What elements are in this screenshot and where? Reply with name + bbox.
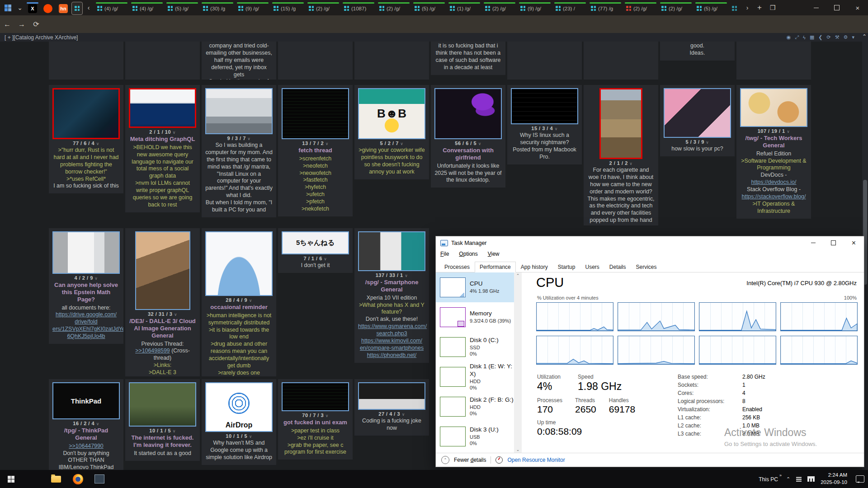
thread-link[interactable]: search.php3 xyxy=(376,330,407,337)
quote-link[interactable]: >>106498599 xyxy=(135,347,170,354)
thread-card[interactable]: 107 / 19 / 1 ∨/twg/ - Tech Workers Gener… xyxy=(736,85,811,219)
scroll-up-arrow-icon[interactable]: ⌃ xyxy=(862,33,867,40)
g-board-tab[interactable]: (4) /g/ xyxy=(94,2,129,14)
thread-card[interactable]: 137 / 33 / 1 ∨/spg/ - Smartphone General… xyxy=(354,228,429,363)
g-board-tab[interactable]: (5) /g/ xyxy=(694,2,728,14)
thread-card[interactable]: 27 / 4 / 3 ∨Coding is a fucking joke now xyxy=(354,379,429,436)
g-board-tab[interactable]: (2) /g/ xyxy=(482,2,517,14)
g-board-tab[interactable]: (9) /g/ xyxy=(518,2,552,14)
thread-link[interactable]: en/compare-smartphones xyxy=(360,345,424,351)
sidebar-item-cpu[interactable]: CPU4% 1.98 GHz xyxy=(436,272,514,302)
thread-thumbnail[interactable] xyxy=(205,231,273,296)
g-board-tab[interactable]: (15) /g xyxy=(271,2,305,14)
wrench-icon[interactable]: ⚒ xyxy=(835,34,840,40)
thread-link[interactable]: ers/1ZSVpXEhl7gKI0zatJdYe xyxy=(52,326,123,332)
thread-thumbnail[interactable] xyxy=(52,88,120,139)
thread-menu-caret-icon[interactable]: ∨ xyxy=(173,130,176,135)
eye-icon[interactable]: ◉ xyxy=(787,34,791,40)
thread-thumbnail[interactable]: B☻B xyxy=(358,88,425,139)
thread-menu-caret-icon[interactable]: ∨ xyxy=(324,257,327,261)
g-board-tab[interactable]: (23) / xyxy=(553,2,587,14)
thread-thumbnail[interactable]: ThinkPad xyxy=(52,382,120,419)
tm-tab-details[interactable]: Details xyxy=(604,262,631,272)
thread-menu-caret-icon[interactable]: ∨ xyxy=(706,140,709,145)
thread-thumbnail[interactable] xyxy=(740,88,807,127)
menu-file[interactable]: File xyxy=(440,251,449,257)
tm-minimize-button[interactable] xyxy=(803,236,823,249)
thread-card[interactable]: ThinkPad16 / 2 / 4 ∨/tpg/ - ThinkPad Gen… xyxy=(49,379,123,470)
tray-show-hidden-icons[interactable]: ⌃ xyxy=(786,476,790,482)
thread-thumbnail[interactable] xyxy=(282,88,349,139)
thread-card[interactable]: 9 / 3 / 7 ∨So I was building a computer … xyxy=(202,85,276,217)
g-board-tab[interactable]: (2) /g/ xyxy=(306,2,340,14)
taskbar-file-explorer[interactable] xyxy=(45,470,67,488)
tm-close-button[interactable]: × xyxy=(844,236,864,249)
restore-button[interactable] xyxy=(826,0,847,15)
refresh-icon[interactable]: ⟳ xyxy=(827,34,831,40)
thread-card[interactable]: good.Ideas. xyxy=(660,42,735,61)
thread-card[interactable]: 28 / 4 / 9 ∨occasional reminder>human in… xyxy=(202,228,276,376)
thread-thumbnail[interactable] xyxy=(664,88,731,138)
back-button[interactable]: ← xyxy=(0,20,14,28)
menu-options[interactable]: Options xyxy=(459,251,477,257)
thread-thumbnail[interactable] xyxy=(282,382,349,411)
sidebar-item-disk-3-u-[interactable]: Disk 3 (U:)USB0% xyxy=(436,422,514,451)
thread-card[interactable]: 70 / 7 / 3 ∨got fucked in uni exam>paper… xyxy=(278,379,353,460)
g-board-tab[interactable]: (9) /g/ xyxy=(236,2,270,14)
thread-thumbnail[interactable] xyxy=(129,382,196,427)
thread-link[interactable]: 6QhKJ5pjUo4b xyxy=(67,333,105,339)
thread-link[interactable]: https://www.kimovil.com/ xyxy=(361,338,422,344)
thread-card[interactable] xyxy=(125,42,200,80)
g-board-tab[interactable]: (5) /g/ xyxy=(412,2,446,14)
thread-menu-caret-icon[interactable]: ∨ xyxy=(555,127,558,131)
thread-menu-caret-icon[interactable]: ∨ xyxy=(174,312,177,317)
quote-link[interactable]: >>106447990 xyxy=(69,443,104,449)
start-button[interactable] xyxy=(0,470,22,488)
g-board-tab[interactable]: (2) /g/ xyxy=(659,2,693,14)
image-icon[interactable]: ▦ xyxy=(810,34,814,40)
thread-thumbnail[interactable] xyxy=(358,382,425,410)
action-center-icon[interactable] xyxy=(856,475,864,483)
thread-link[interactable]: https://phonedb.net/ xyxy=(367,352,417,358)
thread-menu-caret-icon[interactable]: ∨ xyxy=(173,429,176,433)
tabs-chevron-icon[interactable]: ⌄ xyxy=(15,1,25,14)
tray-icon-grid[interactable] xyxy=(796,476,802,482)
open-resource-monitor-link[interactable]: Open Resource Monitor xyxy=(507,457,565,463)
g-board-tab[interactable]: (2) /g/ xyxy=(623,2,658,14)
thread-thumbnail[interactable]: 5ちゃんねる xyxy=(282,231,349,254)
thread-card[interactable]: AirDrop10 / 1 / 5 ∨Why haven't MS and Go… xyxy=(202,379,276,465)
thread-menu-caret-icon[interactable]: ∨ xyxy=(400,141,403,146)
tm-tab-app-history[interactable]: App history xyxy=(516,262,553,272)
g-board-tab[interactable]: (77) /g xyxy=(588,2,623,14)
pinned-tab-hn[interactable]: hn xyxy=(56,2,71,14)
thread-thumbnail[interactable] xyxy=(599,88,642,159)
thread-card[interactable] xyxy=(354,42,429,80)
forward-button[interactable]: → xyxy=(14,20,29,28)
thread-thumbnail[interactable] xyxy=(129,88,196,128)
thread-card[interactable]: 32 / 31 / 3 ∨/DE3/ - DALL-E 3/ Cloud AI … xyxy=(125,228,200,376)
lightning-icon[interactable]: ϟ xyxy=(803,35,806,40)
thread-card[interactable]: 56 / 6 / 5 ∨Conversation with girlfriend… xyxy=(431,85,505,188)
g-board-tab[interactable]: (30) /g xyxy=(200,2,235,14)
thread-menu-caret-icon[interactable]: ∨ xyxy=(96,141,99,146)
task-manager-title-bar[interactable]: Task Manager × xyxy=(436,236,864,250)
thread-menu-caret-icon[interactable]: ∨ xyxy=(629,161,632,166)
thread-menu-caret-icon[interactable]: ∨ xyxy=(402,412,405,417)
thread-thumbnail[interactable] xyxy=(434,88,502,139)
board-nav-links[interactable]: [ + ][Catalog Archive XArchive] xyxy=(5,34,78,41)
thread-card[interactable] xyxy=(49,42,123,80)
thread-thumbnail[interactable] xyxy=(52,231,120,274)
thread-card[interactable] xyxy=(507,42,582,80)
thread-card[interactable] xyxy=(278,42,353,80)
taskbar-clock[interactable]: 2:24 AM 2025-09-10 xyxy=(821,472,847,486)
thread-menu-caret-icon[interactable]: ∨ xyxy=(787,129,790,134)
thread-menu-caret-icon[interactable]: ∨ xyxy=(326,413,329,418)
g-board-tab[interactable]: (1) /g/ xyxy=(447,2,481,14)
thread-card[interactable]: B☻B5 / 2 / 7 ∨>giving your coworker wife… xyxy=(354,85,429,179)
sidebar-item-disk-2-f-b-g-[interactable]: Disk 2 (F: B: G:)HDD0% xyxy=(436,392,514,422)
tab-scroll-right-icon[interactable]: › xyxy=(741,1,753,14)
thread-link[interactable]: https://stackoverflow.blog/ xyxy=(742,193,806,200)
pinned-tab-reddit[interactable] xyxy=(41,2,55,14)
window-menu-icon[interactable] xyxy=(5,5,11,11)
speech-icon[interactable]: ❮ xyxy=(818,34,822,40)
